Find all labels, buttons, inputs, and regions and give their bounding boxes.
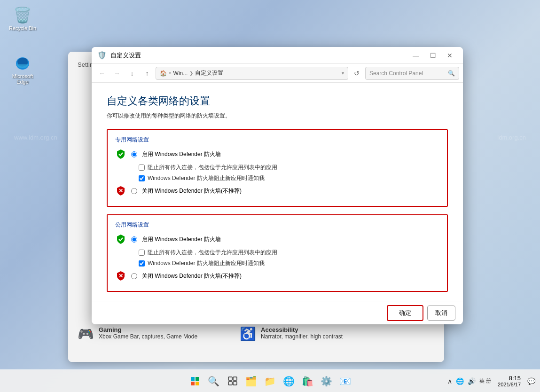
watermark-right: idm.org.cn (497, 134, 526, 141)
svg-rect-9 (228, 382, 232, 385)
mail-button[interactable]: 📧 (337, 373, 354, 390)
customize-settings-dialog: 🛡️ 自定义设置 — ☐ ✕ ← → ↓ ↑ 🏠 » Win... ❯ 自定义设… (92, 47, 463, 324)
store-button[interactable]: 🛍️ (299, 373, 316, 390)
taskbar-clock[interactable]: 8:15 2021/6/17 (494, 375, 524, 387)
dialog-content: 自定义各类网络的设置 你可以修改使用的每种类型的网络的防火墙设置。 专用网络设置… (92, 83, 463, 301)
desktop: www.idm.org.cn idm.org.cn 🗑️ Recycle Bin… (0, 0, 540, 392)
svg-text:✕: ✕ (118, 273, 123, 279)
volume-icon[interactable]: 🔊 (467, 377, 477, 385)
public-block-label[interactable]: 阻止所有传入连接，包括位于允许应用列表中的应用 (148, 249, 277, 257)
language-indicator[interactable]: 英 册 (478, 377, 492, 384)
private-block-label[interactable]: 阻止所有传入连接，包括位于允许应用列表中的应用 (148, 164, 277, 172)
show-hidden-icons[interactable]: ∧ (446, 377, 453, 385)
minimize-button[interactable]: — (408, 49, 423, 62)
private-disable-radio[interactable] (131, 188, 137, 194)
public-enable-radio[interactable] (131, 236, 137, 243)
breadcrumb-win: Win... (173, 70, 188, 77)
public-disable-label[interactable]: 关闭 Windows Defender 防火墙(不推荐) (142, 272, 242, 280)
svg-rect-8 (233, 377, 237, 380)
edge-taskbar-button[interactable]: 🌐 (281, 373, 297, 390)
settings-item-accessibility: ♿ Accessibility Narrator, magnifier, hig… (240, 326, 343, 342)
up-button[interactable]: ↓ (125, 67, 139, 80)
clock-date: 2021/6/17 (498, 382, 521, 387)
svg-rect-4 (196, 377, 199, 381)
search-icon: 🔍 (448, 70, 455, 77)
recycle-bin-icon: 🗑️ (13, 6, 32, 24)
svg-rect-3 (191, 377, 195, 381)
watermark-left: www.idm.org.cn (14, 134, 57, 141)
public-disable-radio[interactable] (131, 273, 137, 279)
public-enable-label[interactable]: 启用 Windows Defender 防火墙 (142, 235, 221, 243)
svg-text:✕: ✕ (118, 188, 123, 194)
public-block-checkbox[interactable] (139, 250, 145, 256)
accessibility-icon: ♿ (240, 326, 256, 342)
desktop-icon-recycle-bin[interactable]: 🗑️ Recycle Bin (4, 4, 41, 33)
private-enable-label[interactable]: 启用 Windows Defender 防火墙 (142, 150, 221, 158)
address-bar: ← → ↓ ↑ 🏠 » Win... ❯ 自定义设置 ▾ ↺ Search Co… (92, 64, 463, 83)
svg-rect-7 (228, 377, 232, 380)
settings-item-gaming: 🎮 Gaming Xbox Game Bar, captures, Game M… (78, 326, 197, 342)
taskbar-center: 🔍 🗂️ 📁 🌐 🛍️ ⚙️ 📧 (187, 373, 354, 390)
public-disable-row: ✕ 关闭 Windows Defender 防火墙(不推荐) (115, 270, 439, 282)
public-block-row: 阻止所有传入连接，包括位于允许应用列表中的应用 (139, 249, 439, 257)
breadcrumb-current: 自定义设置 (195, 69, 223, 77)
accessibility-title: Accessibility (261, 326, 343, 333)
gaming-icon: 🎮 (78, 326, 94, 342)
dialog-title: 自定义设置 (110, 51, 408, 60)
public-notify-row: Windows Defender 防火墙阻止新应用时通知我 (139, 259, 439, 267)
shield-red-public-icon: ✕ (115, 270, 126, 282)
public-section-title: 公用网络设置 (115, 221, 439, 229)
ok-button[interactable]: 确定 (387, 305, 423, 321)
maximize-button[interactable]: ☐ (425, 49, 440, 62)
search-box[interactable]: Search Control Panel 🔍 (365, 67, 459, 80)
start-button[interactable] (187, 373, 203, 390)
svg-rect-5 (191, 382, 195, 385)
svg-rect-6 (196, 382, 199, 385)
edge-label: Microsoft Edge (6, 73, 39, 85)
file-explorer-button[interactable]: 📁 (262, 373, 279, 390)
accessibility-desc: Narrator, magnifier, high contrast (261, 333, 343, 340)
desktop-icon-edge[interactable]: Microsoft Edge (4, 52, 41, 86)
taskbar-right: ∧ 🌐 🔊 英 册 8:15 2021/6/17 💬 (446, 375, 540, 387)
back-button[interactable]: ← (95, 67, 109, 80)
page-title: 自定义各类网络的设置 (107, 94, 448, 108)
widgets-button[interactable]: 🗂️ (243, 373, 260, 390)
breadcrumb[interactable]: 🏠 » Win... ❯ 自定义设置 ▾ (156, 67, 348, 80)
public-notify-checkbox[interactable] (139, 260, 145, 267)
public-notify-label[interactable]: Windows Defender 防火墙阻止新应用时通知我 (148, 259, 265, 267)
shield-red-icon: ✕ (115, 185, 126, 196)
private-network-section: 专用网络设置 启用 Windows Defender 防火墙 阻止所有传入连接，… (107, 129, 448, 207)
dialog-footer: 确定 取消 (92, 301, 463, 324)
page-subtitle: 你可以修改使用的每种类型的网络的防火墙设置。 (107, 112, 448, 120)
private-block-checkbox[interactable] (139, 165, 145, 171)
private-notify-checkbox[interactable] (139, 175, 145, 181)
network-icon[interactable]: 🌐 (455, 377, 465, 385)
settings-taskbar-button[interactable]: ⚙️ (318, 373, 335, 390)
recycle-bin-label: Recycle Bin (9, 25, 36, 31)
shield-green-icon (115, 149, 126, 160)
public-enable-row: 启用 Windows Defender 防火墙 (115, 234, 439, 245)
taskbar-search-button[interactable]: 🔍 (205, 373, 222, 390)
private-enable-radio[interactable] (131, 151, 137, 157)
title-bar: 🛡️ 自定义设置 — ☐ ✕ (92, 47, 463, 64)
svg-rect-10 (233, 382, 237, 385)
private-notify-row: Windows Defender 防火墙阻止新应用时通知我 (139, 174, 439, 182)
gaming-desc: Xbox Game Bar, captures, Game Mode (99, 333, 197, 340)
public-network-section: 公用网络设置 启用 Windows Defender 防火墙 阻止所有传入连接，… (107, 214, 448, 292)
search-placeholder: Search Control Panel (369, 70, 423, 77)
taskbar: 🔍 🗂️ 📁 🌐 🛍️ ⚙️ 📧 (0, 369, 540, 392)
close-button[interactable]: ✕ (442, 49, 457, 62)
window-controls: — ☐ ✕ (408, 49, 457, 62)
dialog-icon: 🛡️ (97, 51, 107, 60)
private-disable-label[interactable]: 关闭 Windows Defender 防火墙(不推荐) (142, 187, 242, 195)
private-block-row: 阻止所有传入连接，包括位于允许应用列表中的应用 (139, 164, 439, 172)
task-view-button[interactable] (224, 373, 241, 390)
private-enable-row: 启用 Windows Defender 防火墙 (115, 149, 439, 160)
up-level-button[interactable]: ↑ (141, 67, 154, 80)
notification-icon[interactable]: 💬 (526, 377, 536, 385)
breadcrumb-chevron: ▾ (342, 71, 344, 76)
cancel-button[interactable]: 取消 (427, 306, 455, 321)
refresh-button[interactable]: ↺ (350, 67, 363, 80)
private-notify-label[interactable]: Windows Defender 防火墙阻止新应用时通知我 (148, 174, 265, 182)
forward-button[interactable]: → (110, 67, 124, 80)
